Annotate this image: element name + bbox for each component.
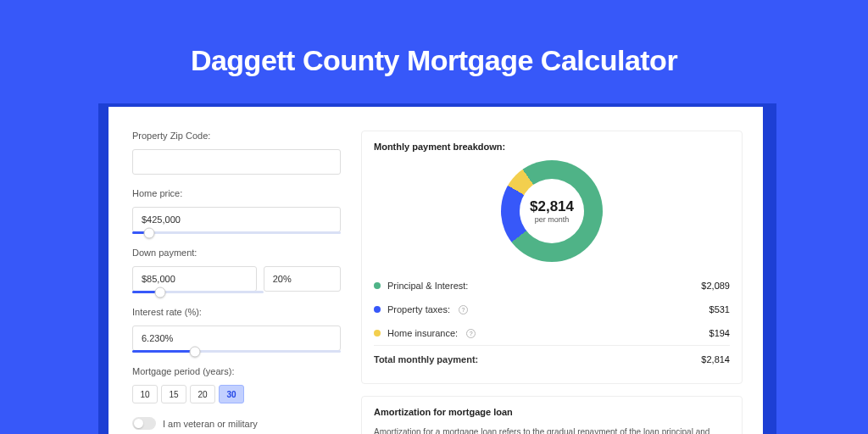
down-payment-slider[interactable] bbox=[132, 291, 264, 293]
calculator-card: Property Zip Code: Home price: Down paym… bbox=[108, 107, 763, 434]
amortization-body: Amortization for a mortgage loan refers … bbox=[374, 426, 730, 434]
field-period: Mortgage period (years): 10152030 bbox=[132, 366, 341, 403]
field-veteran: I am veteran or military bbox=[132, 417, 341, 430]
total-label: Total monthly payment: bbox=[374, 354, 478, 364]
legend-label: Property taxes: bbox=[387, 304, 450, 314]
period-btn-20[interactable]: 20 bbox=[190, 385, 215, 403]
period-label: Mortgage period (years): bbox=[132, 366, 341, 376]
field-down-payment: Down payment: bbox=[132, 248, 341, 293]
donut-wrap: $2,814 per month bbox=[374, 160, 730, 262]
interest-input[interactable] bbox=[132, 326, 341, 351]
legend-row: Home insurance:?$194 bbox=[374, 321, 730, 345]
legend-row: Property taxes:?$531 bbox=[374, 298, 730, 321]
veteran-label: I am veteran or military bbox=[163, 419, 258, 429]
interest-label: Interest rate (%): bbox=[132, 307, 341, 317]
legend-value: $2,089 bbox=[701, 281, 730, 291]
legend-value: $194 bbox=[709, 328, 730, 338]
legend: Principal & Interest:$2,089Property taxe… bbox=[374, 274, 730, 345]
down-payment-pct-input[interactable] bbox=[264, 266, 341, 292]
legend-value: $531 bbox=[709, 304, 730, 314]
field-interest: Interest rate (%): bbox=[132, 307, 341, 353]
zip-label: Property Zip Code: bbox=[132, 131, 341, 141]
legend-label: Principal & Interest: bbox=[387, 281, 468, 291]
down-payment-amount-input[interactable] bbox=[132, 266, 257, 292]
breakdown-title: Monthly payment breakdown: bbox=[374, 142, 730, 152]
total-value: $2,814 bbox=[701, 354, 730, 364]
legend-label: Home insurance: bbox=[387, 328, 458, 338]
field-zip: Property Zip Code: bbox=[132, 131, 341, 175]
zip-input[interactable] bbox=[132, 149, 341, 175]
legend-dot bbox=[374, 282, 381, 289]
down-payment-label: Down payment: bbox=[132, 248, 341, 258]
period-btn-15[interactable]: 15 bbox=[161, 385, 186, 403]
total-row: Total monthly payment: $2,814 bbox=[374, 345, 730, 371]
interest-slider-fill bbox=[132, 350, 195, 353]
home-price-input[interactable] bbox=[132, 207, 341, 232]
breakdown-panel: Monthly payment breakdown: $2,814 per mo… bbox=[361, 131, 743, 384]
interest-slider[interactable] bbox=[132, 350, 341, 353]
donut-chart: $2,814 per month bbox=[501, 160, 603, 262]
veteran-toggle[interactable] bbox=[132, 417, 156, 430]
home-price-label: Home price: bbox=[132, 188, 341, 198]
legend-dot bbox=[374, 330, 381, 337]
down-payment-slider-thumb[interactable] bbox=[154, 287, 165, 298]
legend-left: Principal & Interest: bbox=[374, 281, 468, 291]
legend-dot bbox=[374, 306, 381, 313]
period-btn-30[interactable]: 30 bbox=[219, 385, 244, 403]
field-home-price: Home price: bbox=[132, 188, 341, 234]
legend-left: Property taxes:? bbox=[374, 304, 468, 314]
legend-row: Principal & Interest:$2,089 bbox=[374, 274, 730, 298]
info-icon[interactable]: ? bbox=[459, 305, 468, 314]
form-column: Property Zip Code: Home price: Down paym… bbox=[132, 131, 341, 434]
amortization-panel: Amortization for mortgage loan Amortizat… bbox=[361, 396, 743, 434]
home-price-slider-thumb[interactable] bbox=[143, 227, 154, 238]
amortization-title: Amortization for mortgage loan bbox=[374, 407, 730, 417]
donut-center: $2,814 per month bbox=[520, 179, 584, 243]
interest-slider-thumb[interactable] bbox=[189, 346, 200, 357]
period-buttons: 10152030 bbox=[132, 385, 341, 403]
donut-sub: per month bbox=[535, 215, 570, 224]
donut-amount: $2,814 bbox=[530, 198, 574, 215]
home-price-slider[interactable] bbox=[132, 231, 341, 234]
legend-left: Home insurance:? bbox=[374, 328, 476, 338]
page-title: Daggett County Mortgage Calculator bbox=[0, 44, 868, 77]
results-column: Monthly payment breakdown: $2,814 per mo… bbox=[361, 131, 743, 434]
period-btn-10[interactable]: 10 bbox=[132, 385, 158, 403]
info-icon[interactable]: ? bbox=[466, 329, 476, 338]
